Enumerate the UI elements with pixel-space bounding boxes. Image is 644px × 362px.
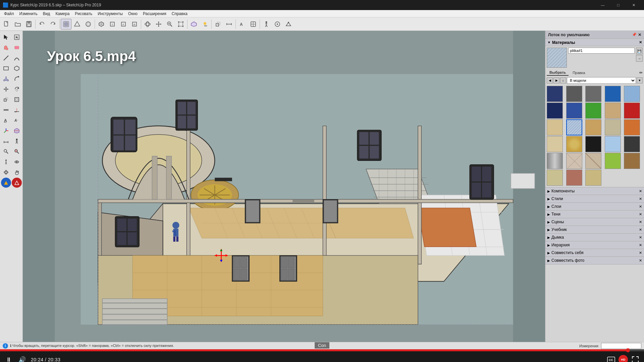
tool-zoom-lt[interactable] bbox=[1, 146, 11, 157]
section-match-photo-header[interactable]: ▶ Совместить фото ✕ bbox=[545, 257, 644, 264]
layers-close[interactable]: ✕ bbox=[639, 204, 642, 209]
toolbar-paint[interactable] bbox=[61, 19, 71, 29]
captions-button[interactable]: CC bbox=[606, 355, 616, 362]
swatch-22[interactable] bbox=[566, 153, 582, 169]
swatch-20[interactable] bbox=[624, 136, 640, 152]
swatch-10[interactable] bbox=[624, 103, 640, 119]
toolbar-3dtext[interactable]: A bbox=[237, 19, 248, 29]
swatch-24[interactable] bbox=[605, 153, 621, 169]
match-photo-close[interactable]: ✕ bbox=[639, 258, 642, 263]
tutorial-close[interactable]: ✕ bbox=[639, 228, 642, 232]
tool-offset[interactable] bbox=[12, 95, 22, 105]
measurements-input[interactable] bbox=[601, 343, 641, 349]
tool-paint-bucket[interactable] bbox=[1, 43, 11, 53]
swatch-2[interactable] bbox=[566, 86, 582, 102]
swatch-11[interactable] bbox=[547, 119, 563, 135]
swatch-4[interactable] bbox=[605, 86, 621, 102]
tool-select[interactable] bbox=[1, 32, 11, 42]
toolbar-shadows[interactable] bbox=[200, 19, 210, 29]
toolbar-face-style[interactable] bbox=[72, 19, 83, 29]
toolbar-redo[interactable] bbox=[48, 19, 58, 29]
match-self-close[interactable]: ✕ bbox=[639, 251, 642, 255]
swatch-1[interactable] bbox=[547, 86, 563, 102]
menu-window[interactable]: Окно bbox=[125, 11, 140, 17]
hierarchy-close[interactable]: ✕ bbox=[639, 243, 642, 247]
tool-polygon[interactable] bbox=[12, 63, 22, 73]
hd-badge-container[interactable]: HD bbox=[619, 355, 628, 362]
panel-unpin-button[interactable]: ✕ bbox=[638, 33, 641, 37]
scenes-close[interactable]: ✕ bbox=[639, 220, 642, 224]
tool-section-fill[interactable] bbox=[1, 178, 11, 188]
section-tutorial-header[interactable]: ▶ Учебник ✕ bbox=[545, 226, 644, 233]
material-name-input[interactable] bbox=[568, 48, 635, 54]
tool-dimensions[interactable] bbox=[1, 136, 11, 146]
tool-tape-measure[interactable] bbox=[1, 105, 11, 115]
video-controls[interactable]: ⏸ 🔊 20:24 / 20:33 CC HD bbox=[0, 349, 644, 362]
info-icon[interactable]: i bbox=[3, 343, 8, 349]
swatch-5[interactable] bbox=[624, 86, 640, 102]
swatch-7[interactable] bbox=[566, 103, 582, 119]
materials-dropdown[interactable]: В модели Все материалы bbox=[567, 77, 636, 84]
toolbar-orbit[interactable] bbox=[142, 19, 153, 29]
toolbar-section-plane[interactable] bbox=[189, 19, 199, 29]
components-close[interactable]: ✕ bbox=[639, 189, 642, 193]
tool-lookaround-lt[interactable] bbox=[12, 157, 22, 167]
menu-edit[interactable]: Изменить bbox=[17, 11, 40, 17]
tool-line[interactable] bbox=[1, 53, 11, 63]
toolbar-pan[interactable] bbox=[153, 19, 164, 29]
menu-extensions[interactable]: Расширения bbox=[140, 11, 169, 17]
mat-forward-button[interactable]: ▶ bbox=[553, 77, 559, 83]
tool-followme[interactable] bbox=[12, 74, 22, 84]
tool-component-select[interactable] bbox=[12, 32, 22, 42]
toolbar-lookaround[interactable] bbox=[272, 19, 283, 29]
tool-protractor[interactable] bbox=[12, 105, 22, 115]
toolbar-undo[interactable] bbox=[37, 19, 47, 29]
pause-button[interactable]: ⏸ bbox=[4, 355, 13, 362]
swatch-17[interactable] bbox=[566, 136, 582, 152]
tool-hand[interactable] bbox=[12, 167, 22, 177]
section-components-header[interactable]: ▶ Компоненты ✕ bbox=[545, 187, 644, 195]
swatch-27[interactable] bbox=[566, 170, 582, 186]
toolbar-tape[interactable] bbox=[224, 19, 234, 29]
volume-button[interactable]: 🔊 bbox=[17, 355, 27, 362]
tool-zoom-window[interactable] bbox=[12, 146, 22, 157]
tool-section[interactable] bbox=[12, 126, 22, 136]
swatch-13[interactable] bbox=[585, 119, 601, 135]
swatch-15[interactable] bbox=[624, 119, 640, 135]
swatch-25[interactable] bbox=[624, 153, 640, 169]
tool-orbit-lt[interactable] bbox=[1, 167, 11, 177]
swatch-9[interactable] bbox=[605, 103, 621, 119]
toolbar-walk[interactable] bbox=[261, 19, 272, 29]
maximize-button[interactable]: □ bbox=[610, 0, 626, 10]
toolbar-top[interactable]: T bbox=[107, 19, 118, 29]
close-button[interactable]: ✕ bbox=[626, 0, 641, 10]
tab-select[interactable]: Выбрать bbox=[547, 70, 569, 76]
swatch-21[interactable] bbox=[547, 153, 563, 169]
styles-close[interactable]: ✕ bbox=[639, 197, 642, 201]
swatch-12[interactable] bbox=[566, 119, 582, 135]
viewport[interactable]: Урок 6.5.mp4 bbox=[23, 31, 545, 342]
menu-file[interactable]: Файл bbox=[1, 11, 17, 17]
edit-pencil-icon[interactable]: ✏ bbox=[639, 70, 643, 75]
section-layers-header[interactable]: ▶ Слои ✕ bbox=[545, 203, 644, 210]
toolbar-iso[interactable] bbox=[96, 19, 107, 29]
swatch-18[interactable] bbox=[585, 136, 601, 152]
toolbar-zoom-extents[interactable] bbox=[175, 19, 186, 29]
swatch-3[interactable] bbox=[585, 86, 601, 102]
swatch-26[interactable] bbox=[547, 170, 563, 186]
mat-home-button[interactable]: ⌂ bbox=[560, 77, 566, 83]
menu-draw[interactable]: Рисовать bbox=[72, 11, 95, 17]
swatch-6[interactable] bbox=[547, 103, 563, 119]
tool-move[interactable] bbox=[1, 84, 11, 94]
toolbar-front[interactable]: F bbox=[118, 19, 129, 29]
mat-back-button[interactable]: ◀ bbox=[547, 77, 553, 83]
toolbar-position-camera[interactable] bbox=[283, 19, 294, 29]
tool-walkthrough[interactable] bbox=[12, 136, 22, 146]
panel-pin-button[interactable]: 📌 bbox=[632, 33, 637, 37]
section-styles-header[interactable]: ▶ Стили ✕ bbox=[545, 195, 644, 202]
section-fog-header[interactable]: ▶ Дымка ✕ bbox=[545, 234, 644, 241]
tool-text[interactable]: A bbox=[1, 115, 11, 125]
mat-dropdown-arrow[interactable]: ▼ bbox=[637, 77, 643, 83]
fullscreen-button[interactable] bbox=[631, 355, 640, 362]
tool-walk-lt[interactable] bbox=[1, 157, 11, 167]
